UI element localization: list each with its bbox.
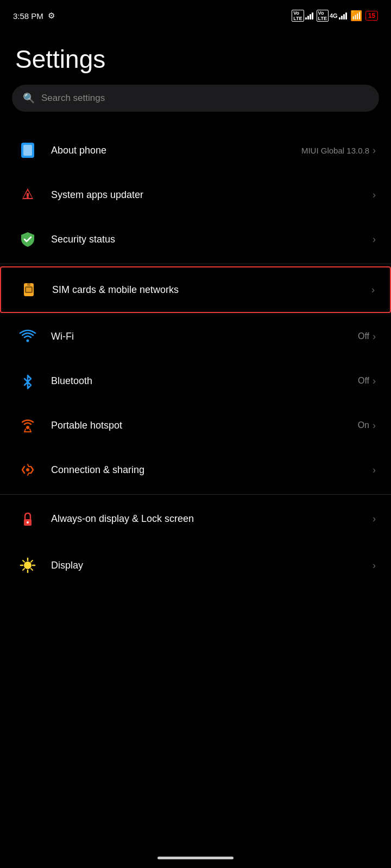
security-status-label: Security status [51, 234, 115, 245]
aod-lock-icon [15, 507, 40, 532]
settings-list: About phone MIUI Global 13.0.8 › System … [0, 128, 391, 585]
connection-sharing-label: Connection & sharing [51, 464, 144, 476]
svg-rect-4 [27, 193, 29, 196]
about-phone-value: MIUI Global 13.0.8 [301, 146, 369, 155]
svg-point-10 [27, 340, 29, 342]
wifi-value: Off [358, 331, 369, 341]
settings-item-hotspot[interactable]: Portable hotspot On › [0, 403, 391, 448]
svg-point-12 [26, 468, 29, 471]
settings-item-display[interactable]: Display › [0, 541, 391, 585]
bluetooth-icon [15, 368, 40, 393]
time: 3:58 PM [13, 11, 43, 21]
svg-rect-9 [27, 283, 30, 286]
display-icon [15, 553, 40, 578]
search-bar[interactable]: 🔍 Search settings [12, 85, 379, 112]
battery-level: 15 [368, 12, 375, 20]
battery-indicator: 15 [365, 11, 378, 21]
aod-lock-label: Always-on display & Lock screen [51, 513, 194, 524]
bluetooth-value: Off [358, 376, 369, 386]
system-apps-updater-label: System apps updater [51, 189, 143, 201]
svg-point-11 [26, 426, 29, 429]
aod-lock-chevron: › [373, 513, 376, 525]
wifi-status-icon: 📶 [350, 10, 362, 22]
status-left: 3:58 PM ⚙ [13, 11, 55, 21]
display-label: Display [51, 560, 83, 571]
home-indicator [157, 857, 234, 859]
svg-point-15 [24, 561, 31, 569]
hotspot-label: Portable hotspot [51, 420, 122, 431]
settings-item-connection-sharing[interactable]: Connection & sharing › [0, 448, 391, 492]
search-icon: 🔍 [23, 92, 35, 104]
settings-item-wifi[interactable]: Wi-Fi Off › [0, 314, 391, 359]
divider-2 [0, 494, 391, 495]
settings-item-about-phone[interactable]: About phone MIUI Global 13.0.8 › [0, 128, 391, 173]
hotspot-value: On [358, 420, 369, 430]
wifi-icon [15, 324, 40, 349]
svg-line-21 [31, 569, 33, 570]
svg-rect-1 [23, 145, 32, 156]
settings-item-system-apps-updater[interactable]: System apps updater › [0, 173, 391, 217]
connection-sharing-chevron: › [373, 464, 376, 476]
system-apps-updater-icon [15, 182, 40, 207]
status-right: VoLTE VoLTE 4G 📶 15 [292, 10, 378, 22]
hotspot-chevron: › [373, 420, 376, 431]
volte-signal-2: VoLTE 4G [317, 10, 347, 22]
system-apps-updater-chevron: › [373, 189, 376, 201]
volte-signal-1: VoLTE [292, 10, 313, 22]
security-status-icon [15, 227, 40, 252]
svg-line-23 [31, 560, 33, 562]
settings-gear-icon: ⚙ [48, 11, 55, 21]
svg-point-14 [27, 521, 29, 524]
bluetooth-chevron: › [373, 375, 376, 387]
search-placeholder: Search settings [41, 93, 105, 104]
svg-line-22 [23, 569, 24, 570]
connection-sharing-icon [15, 457, 40, 482]
settings-item-sim-cards[interactable]: SIM cards & mobile networks › [0, 266, 391, 313]
settings-item-aod-lock[interactable]: Always-on display & Lock screen › [0, 497, 391, 541]
svg-point-5 [27, 196, 29, 199]
svg-line-20 [23, 560, 24, 562]
wifi-chevron: › [373, 331, 376, 342]
status-bar: 3:58 PM ⚙ VoLTE VoLTE 4G 📶 [0, 0, 391, 28]
settings-item-security-status[interactable]: Security status › [0, 217, 391, 261]
about-phone-icon [15, 138, 40, 163]
divider-1 [0, 264, 391, 264]
display-chevron: › [373, 560, 376, 571]
hotspot-icon [15, 413, 40, 438]
about-phone-label: About phone [51, 145, 106, 156]
page-title: Settings [0, 28, 391, 85]
sim-cards-icon [16, 277, 41, 302]
svg-rect-8 [26, 288, 31, 292]
bluetooth-label: Bluetooth [51, 375, 92, 387]
sim-cards-label: SIM cards & mobile networks [52, 284, 179, 296]
security-status-chevron: › [373, 234, 376, 245]
sim-cards-chevron: › [371, 284, 375, 296]
settings-item-bluetooth[interactable]: Bluetooth Off › [0, 359, 391, 403]
wifi-label: Wi-Fi [51, 331, 74, 342]
about-phone-chevron: › [373, 145, 376, 156]
